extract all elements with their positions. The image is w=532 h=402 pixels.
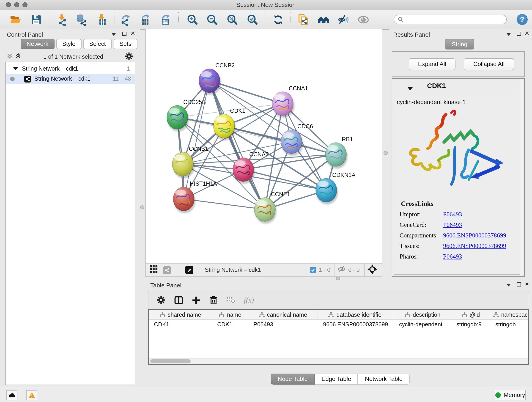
table-settings-gear-icon[interactable] xyxy=(157,295,166,305)
tab-network[interactable]: Network xyxy=(21,39,54,49)
network-node-CCNE1[interactable]: CCNE1 xyxy=(254,191,290,224)
zoom-in-icon[interactable] xyxy=(186,14,198,26)
tab-string[interactable]: String xyxy=(445,39,474,50)
export-network-icon[interactable] xyxy=(120,14,132,26)
panel-float-icon[interactable] xyxy=(517,282,521,287)
network-share-icon[interactable] xyxy=(163,266,171,274)
left-splitter-handle[interactable] xyxy=(140,205,144,210)
panel-close-icon[interactable]: ✕ xyxy=(525,31,529,36)
save-session-icon[interactable] xyxy=(30,14,42,26)
zoom-out-icon[interactable] xyxy=(206,14,218,26)
network-node-CDK1[interactable]: CDK1 xyxy=(214,108,245,140)
crosslink-link[interactable]: 9606.ENSP00000378699 xyxy=(443,232,506,239)
network-view-canvas[interactable]: CCNB2CCNA1CDC25BCDK1CDC6RB1CCNB1CCNA2CDK… xyxy=(145,29,382,263)
collapse-all-networks-icon[interactable] xyxy=(6,53,13,61)
refresh-icon[interactable] xyxy=(272,14,284,26)
zoom-fit-icon[interactable] xyxy=(226,14,238,26)
open-session-icon[interactable] xyxy=(10,14,22,26)
network-node-CDC6[interactable]: CDC6 xyxy=(281,123,313,156)
memory-button[interactable]: Memory xyxy=(495,390,526,400)
grid-view-icon[interactable] xyxy=(150,265,158,275)
network-node-CDKN1A[interactable]: CDKN1A xyxy=(316,172,355,204)
selected-checkbox-icon[interactable] xyxy=(310,267,316,273)
hide-details-icon[interactable] xyxy=(337,14,349,26)
zoom-selected-icon[interactable] xyxy=(247,14,259,26)
navigator-crosshair-icon[interactable] xyxy=(367,264,377,276)
column-header-canonical-name[interactable]: canonical name xyxy=(248,310,318,319)
delete-column-icon[interactable] xyxy=(209,295,218,305)
table-cell[interactable]: 9606.ENSP00000378699 xyxy=(318,320,394,330)
crosslink-link[interactable]: P06493 xyxy=(443,253,462,260)
network-edge[interactable] xyxy=(224,126,336,154)
clipboard-network-icon[interactable] xyxy=(298,14,309,26)
add-column-icon[interactable] xyxy=(191,295,201,305)
panel-float-icon[interactable] xyxy=(122,32,127,36)
network-edge[interactable] xyxy=(209,81,265,210)
network-node-RB1[interactable]: RB1 xyxy=(325,136,353,169)
panel-menu-icon[interactable] xyxy=(506,33,511,36)
tab-sets[interactable]: Sets xyxy=(114,39,137,49)
import-network-file-icon[interactable] xyxy=(56,14,68,26)
panel-menu-icon[interactable] xyxy=(506,284,511,287)
import-network-database-icon[interactable] xyxy=(76,14,88,26)
column-header--id[interactable]: @id xyxy=(451,310,490,319)
tree-disclosure-icon[interactable] xyxy=(13,65,18,72)
column-header-database-identifier[interactable]: database identifier xyxy=(318,310,394,319)
hidden-eye-icon[interactable] xyxy=(337,265,346,274)
column-header-shared-name[interactable]: shared name xyxy=(149,310,212,319)
expand-all-button[interactable]: Expand All xyxy=(409,58,456,70)
results-scrollbar[interactable] xyxy=(520,79,523,275)
panel-close-icon[interactable]: ✕ xyxy=(525,282,529,287)
search-input[interactable] xyxy=(394,15,507,24)
cloud-status-button[interactable] xyxy=(6,390,17,400)
network-node-CCNB1[interactable]: CCNB1 xyxy=(172,146,208,178)
column-header-description[interactable]: description xyxy=(394,310,451,319)
tab-network-table[interactable]: Network Table xyxy=(358,374,409,385)
scrollbar-thumb[interactable] xyxy=(150,359,191,363)
crosslink-link[interactable]: 9606.ENSP00000378699 xyxy=(443,242,506,250)
tab-edge-table[interactable]: Edge Table xyxy=(315,374,358,385)
network-node-CDC25B[interactable]: CDC25B xyxy=(167,99,206,132)
window-zoom-button[interactable] xyxy=(22,2,27,7)
window-close-button[interactable] xyxy=(6,2,11,7)
table-cell[interactable]: P06493 xyxy=(248,320,318,330)
network-node-CCNA1[interactable]: CCNA1 xyxy=(272,85,308,118)
column-header-name[interactable]: name xyxy=(212,310,248,319)
crosslink-link[interactable]: P06493 xyxy=(443,211,462,218)
panel-menu-icon[interactable] xyxy=(111,33,116,36)
right-splitter-handle[interactable] xyxy=(384,151,388,155)
table-cell[interactable]: stringdb:9... xyxy=(451,320,490,330)
section-disclosure-icon[interactable] xyxy=(407,84,413,93)
tab-node-table[interactable]: Node Table xyxy=(271,374,315,385)
show-columns-icon[interactable] xyxy=(174,295,183,305)
help-icon[interactable]: ? xyxy=(516,13,528,25)
window-minimize-button[interactable] xyxy=(14,2,19,7)
table-cell[interactable]: CDK1 xyxy=(149,320,212,330)
network-edge[interactable] xyxy=(184,199,265,210)
eye-icon[interactable] xyxy=(357,14,369,26)
houses-icon[interactable] xyxy=(317,14,329,26)
network-tree-root-row[interactable]: String Network – cdk1 1 xyxy=(6,64,135,74)
export-image-icon[interactable] xyxy=(160,14,172,26)
import-table-icon[interactable] xyxy=(96,14,108,26)
crosslink-link[interactable]: P06493 xyxy=(443,221,462,229)
collapse-all-button[interactable]: Collapse All xyxy=(464,58,514,70)
expand-all-networks-icon[interactable] xyxy=(15,53,22,61)
export-table-icon[interactable] xyxy=(140,14,152,26)
search-text-field[interactable] xyxy=(404,15,506,24)
table-cell[interactable]: CDK1 xyxy=(212,320,248,330)
tab-style[interactable]: Style xyxy=(56,39,81,49)
network-options-gear-icon[interactable] xyxy=(125,52,133,62)
detach-view-icon[interactable] xyxy=(185,266,193,274)
table-horizontal-scrollbar[interactable] xyxy=(149,358,528,364)
table-cell[interactable]: stringdb xyxy=(490,320,529,330)
table-row[interactable]: CDK1CDK1P064939606.ENSP00000378699cyclin… xyxy=(149,320,528,330)
network-tree-child-row[interactable]: String Network – cdk1 11 48 xyxy=(6,74,135,84)
panel-close-icon[interactable]: ✕ xyxy=(131,31,135,36)
network-node-CCNB2[interactable]: CCNB2 xyxy=(199,62,235,95)
panel-float-icon[interactable] xyxy=(517,32,521,36)
table-cell[interactable]: cyclin-dependent ... xyxy=(394,320,451,330)
column-header-namespace[interactable]: namespace xyxy=(490,310,529,319)
network-node-HIST1H1A[interactable]: HIST1H1A xyxy=(173,180,217,213)
warnings-button[interactable] xyxy=(26,390,37,400)
